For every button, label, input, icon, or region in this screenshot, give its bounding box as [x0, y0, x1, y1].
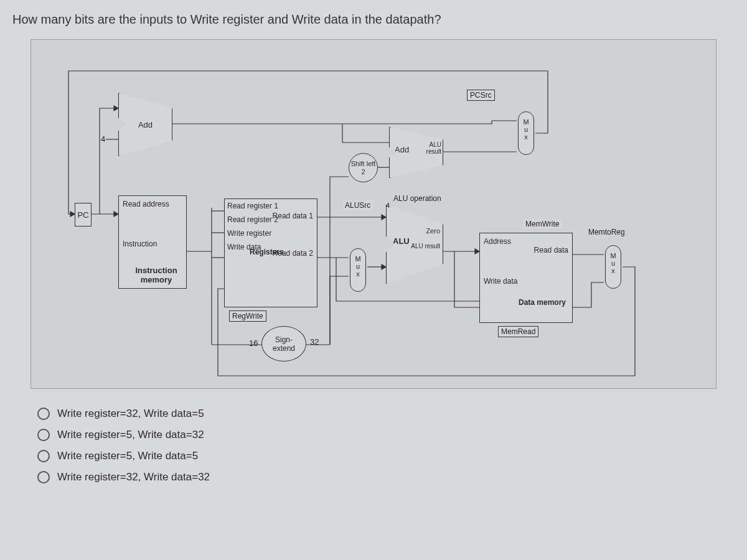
svg-marker-16 [382, 264, 386, 269]
dmem-title: Data memory [519, 298, 566, 307]
svg-marker-2 [114, 106, 118, 111]
alu-zero: Zero [426, 227, 440, 235]
regwrite-signal: RegWrite [229, 310, 266, 322]
memread-signal: MemRead [498, 326, 538, 337]
aluop-signal: ALU operation [393, 194, 441, 203]
datapath-diagram: PC Add 4 Read address Instruction Instru… [31, 39, 716, 389]
pc-block: PC [75, 203, 92, 226]
radio-icon [37, 471, 50, 483]
alu-result: ALU result [411, 243, 440, 250]
alu: ALU Zero ALU result [386, 205, 443, 284]
alusrc-signal: ALUSrc [342, 200, 373, 210]
rf-rr1: Read register 1 [227, 202, 278, 210]
rf-title: Registers [250, 248, 284, 256]
se-in-bits: 16 [249, 338, 258, 348]
question-text: How many bits are the inputs to Write re… [12, 12, 735, 27]
radio-icon [37, 450, 50, 462]
imem-instruction: Instruction [123, 240, 157, 248]
option-a[interactable]: Write register=32, Write data=5 [37, 408, 735, 420]
se-out-bits: 32 [310, 337, 319, 347]
sign-extend: Sign- extend [261, 326, 306, 362]
alusrc-mux: M u x [350, 248, 366, 292]
add2-result: ALU result [416, 141, 441, 155]
svg-marker-5 [70, 212, 75, 217]
add-pc4: Add [118, 93, 172, 156]
option-c[interactable]: Write register=5, Write data=5 [37, 450, 735, 462]
rf-rr2: Read register 2 [227, 215, 278, 224]
shift-left-2: Shift left 2 [349, 153, 378, 182]
svg-marker-1 [114, 212, 118, 217]
dmem-wd: Write data [484, 277, 517, 286]
option-d-label: Write register=32, Write data=32 [57, 471, 210, 483]
aluop-bits: 4 [386, 202, 390, 209]
rf-rd1: Read data 1 [273, 212, 313, 220]
answer-options: Write register=32, Write data=5 Write re… [37, 408, 735, 483]
add-label: Add [138, 120, 153, 129]
data-memory: Address Write data Read data Data memory [479, 233, 573, 323]
memwrite-signal: MemWrite [523, 219, 561, 229]
add-branch: Add ALU result [389, 127, 443, 178]
memtoreg-mux: M u x [605, 245, 621, 289]
option-b[interactable]: Write register=5, Write data=32 [37, 429, 735, 441]
pcsrc-signal: PCSrc [467, 90, 495, 101]
const-4: 4 [101, 134, 105, 144]
alu-label: ALU [393, 236, 410, 246]
option-b-label: Write register=5, Write data=32 [57, 429, 204, 441]
imem-read-addr: Read address [123, 200, 169, 208]
radio-icon [37, 429, 50, 441]
option-a-label: Write register=32, Write data=5 [57, 408, 204, 420]
option-d[interactable]: Write register=32, Write data=32 [37, 471, 735, 483]
svg-marker-12 [382, 215, 386, 220]
option-c-label: Write register=5, Write data=5 [57, 450, 198, 462]
memtoreg-signal: MemtoReg [588, 228, 625, 236]
dmem-addr: Address [484, 237, 511, 246]
radio-icon [37, 408, 50, 420]
dmem-rd: Read data [534, 246, 568, 254]
imem-title: Instruction memory [123, 266, 190, 284]
pcsrc-mux: M u x [518, 111, 534, 155]
rf-wr: Write register [227, 229, 271, 238]
add2-label: Add [395, 145, 409, 154]
svg-marker-18 [475, 249, 479, 254]
register-file: Read register 1 Read register 2 Write re… [224, 198, 317, 307]
instruction-memory: Read address Instruction Instruction mem… [118, 195, 187, 289]
